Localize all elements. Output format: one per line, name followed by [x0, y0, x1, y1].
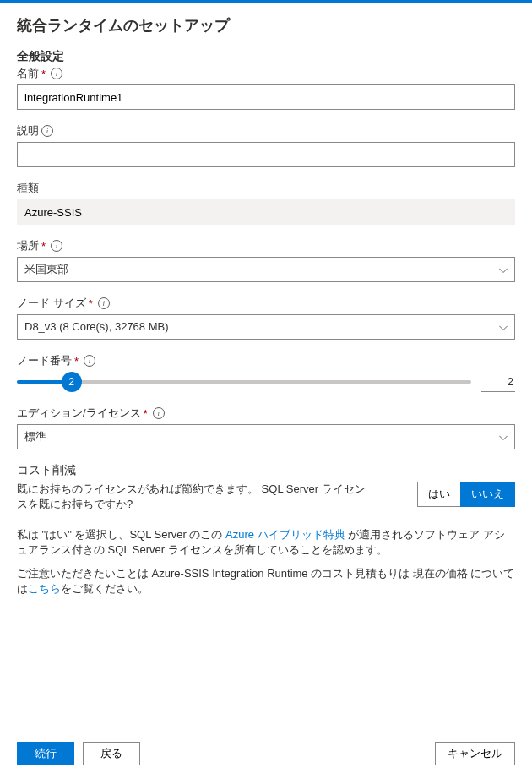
info-icon[interactable]: i [51, 68, 62, 79]
slider-thumb[interactable]: 2 [62, 372, 82, 392]
back-button[interactable]: 戻る [83, 742, 140, 765]
hybrid-benefit-text: 私は "はい" を選択し、SQL Server のこの Azure ハイブリッド… [17, 527, 515, 558]
field-type: 種類 [17, 181, 515, 225]
general-section-heading: 全般設定 [17, 49, 515, 64]
type-label-row: 種類 [17, 181, 515, 196]
node-number-value[interactable]: 2 [481, 372, 515, 392]
field-edition: エディション/ライセンス * i 標準 [17, 406, 515, 449]
license-no-button[interactable]: いいえ [460, 482, 515, 507]
required-marker: * [144, 407, 148, 420]
setup-form: 統合ランタイムのセットアップ 全般設定 名前 * i 説明 i 種類 場所 * … [0, 3, 532, 733]
node-number-label-row: ノード番号 * i [17, 353, 515, 368]
field-node-number: ノード番号 * i 2 2 [17, 353, 515, 392]
cost-prompt: 既にお持ちのライセンスがあれば節約できます。 SQL Server ライセンスを… [17, 482, 372, 512]
info-icon[interactable]: i [84, 355, 95, 367]
description-label-row: 説明 i [17, 123, 515, 139]
continue-button[interactable]: 続行 [17, 742, 74, 765]
node-size-select-wrap[interactable]: D8_v3 (8 Core(s), 32768 MB) [17, 314, 515, 340]
info-icon[interactable]: i [41, 125, 53, 137]
node-number-slider[interactable]: 2 [17, 380, 471, 384]
edition-label: エディション/ライセンス [17, 406, 141, 421]
location-label-row: 場所 * i [17, 238, 515, 253]
field-node-size: ノード サイズ * i D8_v3 (8 Core(s), 32768 MB) [17, 296, 515, 340]
name-label: 名前 [17, 66, 39, 81]
license-toggle: はい いいえ [417, 482, 515, 507]
info-icon[interactable]: i [51, 240, 62, 252]
required-marker: * [89, 297, 93, 310]
license-yes-button[interactable]: はい [417, 482, 461, 507]
info-icon[interactable]: i [98, 297, 110, 309]
node-size-label: ノード サイズ [17, 296, 86, 311]
field-description: 説明 i [17, 123, 515, 167]
location-select[interactable]: 米国東部 [17, 257, 515, 282]
name-input[interactable] [17, 84, 515, 110]
info-icon[interactable]: i [153, 407, 165, 419]
cost-estimate-text: ご注意いただきたいことは Azure-SSIS Integration Runt… [17, 566, 515, 597]
field-name: 名前 * i [17, 66, 515, 110]
edition-select-wrap[interactable]: 標準 [17, 424, 515, 449]
node-size-select[interactable]: D8_v3 (8 Core(s), 32768 MB) [17, 314, 515, 340]
cancel-button[interactable]: キャンセル [435, 742, 515, 765]
required-marker: * [74, 355, 79, 368]
hybrid-benefit-link[interactable]: Azure ハイブリッド特典 [225, 528, 345, 541]
type-label: 種類 [17, 181, 39, 196]
footer-left: 続行 戻る [17, 742, 140, 765]
page-title: 統合ランタイムのセットアップ [17, 15, 515, 35]
location-label: 場所 [17, 238, 39, 253]
required-marker: * [41, 240, 46, 253]
type-value [17, 199, 515, 225]
node-number-label: ノード番号 [17, 353, 72, 368]
cost-section-heading: コスト削減 [17, 463, 515, 478]
footer: 続行 戻る キャンセル [0, 733, 532, 779]
location-select-wrap[interactable]: 米国東部 [17, 257, 515, 282]
node-number-slider-row: 2 2 [17, 372, 515, 392]
pricing-link[interactable]: こちら [28, 582, 61, 595]
required-marker: * [41, 68, 46, 80]
field-location: 場所 * i 米国東部 [17, 238, 515, 282]
description-input[interactable] [17, 142, 515, 167]
node-size-label-row: ノード サイズ * i [17, 296, 515, 311]
name-label-row: 名前 * i [17, 66, 515, 81]
description-label: 説明 [17, 123, 39, 139]
edition-select[interactable]: 標準 [17, 424, 515, 449]
edition-label-row: エディション/ライセンス * i [17, 406, 515, 421]
